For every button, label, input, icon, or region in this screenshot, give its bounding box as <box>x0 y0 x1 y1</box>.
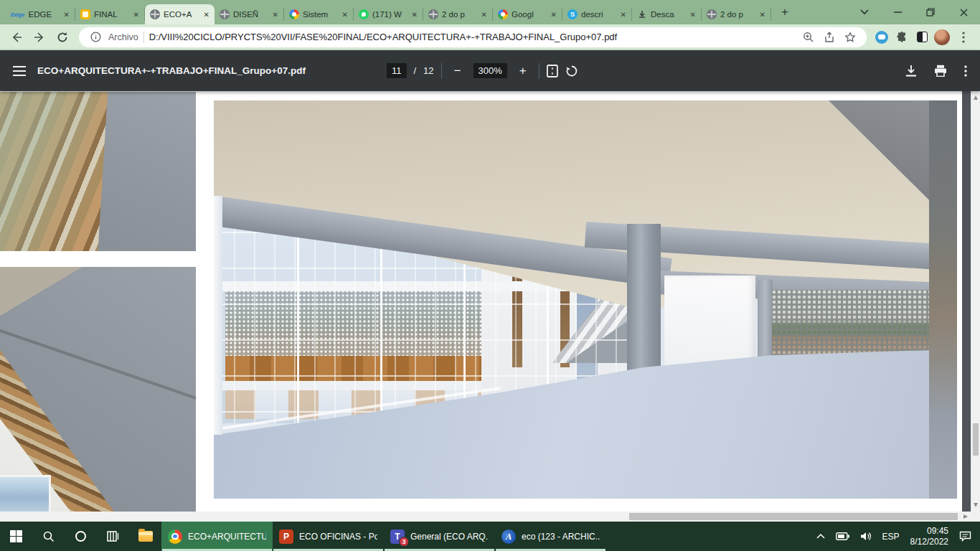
taskbar-app-chrome[interactable]: ECO+ARQUITECTU... <box>161 522 273 551</box>
tab-2dop-1[interactable]: 2 do p ✕ <box>423 8 493 21</box>
close-icon[interactable]: ✕ <box>481 11 487 19</box>
close-icon[interactable]: ✕ <box>760 11 765 19</box>
page-total: 12 <box>423 65 433 76</box>
browser-menu-kebab-icon[interactable] <box>954 28 973 47</box>
close-icon[interactable]: ✕ <box>690 11 696 19</box>
architectural-render <box>214 100 957 499</box>
start-button[interactable] <box>0 522 32 551</box>
zoom-level-input[interactable]: 300% <box>473 63 507 78</box>
teams-icon: T 3 <box>390 529 405 544</box>
tab-diseno[interactable]: DISEÑ ✕ <box>215 8 284 21</box>
extension-chat-icon[interactable] <box>874 29 890 45</box>
tab-2dop-2[interactable]: 2 do p ✕ <box>702 8 771 21</box>
tab-final[interactable]: FINAL ✕ <box>75 8 145 21</box>
battery-icon[interactable] <box>836 532 849 540</box>
action-center-icon[interactable] <box>959 531 971 542</box>
tab-title: Desca <box>651 10 685 19</box>
tab-title: Sistem <box>303 10 337 19</box>
scroll-right-arrow-icon[interactable] <box>963 514 968 519</box>
tab-google[interactable]: Googl ✕ <box>493 8 562 21</box>
powerpoint-icon: P <box>279 529 293 544</box>
horizontal-scroll-thumb[interactable] <box>629 513 958 520</box>
restore-button[interactable] <box>914 0 947 24</box>
pdf-toolbar-right <box>905 65 967 77</box>
folder-icon <box>138 531 153 542</box>
extension-dark-icon[interactable] <box>914 29 930 45</box>
window-controls <box>848 0 980 24</box>
info-icon[interactable] <box>88 29 103 45</box>
profile-avatar[interactable] <box>934 29 950 45</box>
app-label: ECO+ARQUITECTU... <box>188 532 266 542</box>
language-indicator[interactable]: ESP <box>882 532 900 542</box>
tab-descargas[interactable]: Desca ✕ <box>632 8 702 21</box>
scroll-down-arrow-icon[interactable] <box>974 503 978 507</box>
close-icon[interactable]: ✕ <box>342 11 348 19</box>
pdf-menu-icon[interactable] <box>13 66 26 76</box>
vertical-scroll-thumb[interactable] <box>973 423 979 456</box>
taskbar-app-powerpoint[interactable]: P ECO OFICINAS - Po... <box>273 522 384 551</box>
close-icon[interactable]: ✕ <box>412 11 418 19</box>
tab-eco-arquitectura-active[interactable]: ECO+A ✕ <box>145 4 215 24</box>
close-icon[interactable]: ✕ <box>551 11 557 19</box>
extensions-puzzle-icon[interactable] <box>894 29 910 45</box>
horizontal-scrollbar[interactable] <box>0 512 971 522</box>
rotate-icon[interactable] <box>565 65 578 77</box>
url-text[interactable]: D:/VIII%20CICLO/PRYCTS%20VII/FASE%20FINA… <box>149 32 796 42</box>
chrome-icon <box>168 529 182 544</box>
print-icon[interactable] <box>934 65 947 77</box>
tab-sistema[interactable]: Sistem ✕ <box>284 8 354 21</box>
close-window-button[interactable] <box>947 0 980 24</box>
minimize-button[interactable] <box>881 0 914 24</box>
tab-title: 2 do p <box>720 10 755 19</box>
tab-whatsapp[interactable]: (171) W ✕ <box>354 8 423 21</box>
whatsapp-icon <box>359 9 369 19</box>
taskbar-search-button[interactable] <box>32 522 65 551</box>
close-icon[interactable]: ✕ <box>204 11 209 19</box>
share-icon[interactable] <box>821 29 837 45</box>
pdf-more-kebab-icon[interactable] <box>964 65 967 77</box>
taskbar: ECO+ARQUITECTU... P ECO OFICINAS - Po...… <box>0 522 980 551</box>
pdf-title: ECO+ARQUITECTURA+-+TRABAJO+FINAL_Grupo+0… <box>37 65 306 76</box>
page-number-input[interactable]: 11 <box>387 63 407 78</box>
back-button[interactable] <box>7 28 26 47</box>
zoom-page-icon[interactable] <box>801 29 816 45</box>
forward-button[interactable] <box>30 28 49 47</box>
divider <box>539 63 540 79</box>
taskbar-clock[interactable]: 09:45 8/12/2022 <box>910 526 948 547</box>
taskbar-app-archicad[interactable]: A eco (123 - ARCHIC... <box>495 522 606 551</box>
zoom-in-button[interactable]: + <box>514 64 532 78</box>
new-tab-button[interactable]: + <box>776 3 794 22</box>
tab-descripcion[interactable]: S descri ✕ <box>562 8 632 21</box>
tab-title: descri <box>581 10 616 19</box>
close-icon[interactable]: ✕ <box>621 11 626 19</box>
task-view-button[interactable] <box>97 522 129 551</box>
scroll-up-arrow-icon[interactable] <box>974 95 978 100</box>
close-icon[interactable]: ✕ <box>64 11 70 19</box>
google-icon <box>289 9 299 19</box>
cortana-button[interactable] <box>65 522 97 551</box>
tab-search-chevron-icon[interactable] <box>848 0 881 24</box>
bookmark-star-icon[interactable] <box>842 29 858 45</box>
vertical-scrollbar[interactable] <box>971 91 980 512</box>
file-explorer-button[interactable] <box>129 522 161 551</box>
download-icon[interactable] <box>905 65 917 77</box>
notification-badge: 3 <box>399 537 409 547</box>
tray-chevron-icon[interactable] <box>816 534 825 539</box>
zoom-out-button[interactable]: − <box>448 64 466 78</box>
fit-page-icon[interactable] <box>547 65 558 77</box>
divider <box>440 63 441 79</box>
close-icon[interactable]: ✕ <box>273 11 278 19</box>
scrollbar-corner <box>971 512 980 522</box>
taskbar-app-teams[interactable]: T 3 General (ECO ARQ... <box>384 522 495 551</box>
tab-edge[interactable]: Edge EDGE ✕ <box>6 8 75 21</box>
system-tray: ESP 09:45 8/12/2022 <box>808 522 980 551</box>
slideshare-icon: S <box>567 9 578 19</box>
pdf-viewer-background-strip <box>962 91 971 512</box>
address-bar[interactable]: Archivo D:/VIII%20CICLO/PRYCTS%20VII/FAS… <box>79 27 867 47</box>
globe-icon <box>707 9 717 19</box>
reload-button[interactable] <box>53 28 72 47</box>
speaker-icon[interactable] <box>860 532 872 541</box>
close-icon[interactable]: ✕ <box>133 11 139 19</box>
pdf-content-area[interactable] <box>0 91 980 512</box>
slides-icon <box>80 9 90 19</box>
